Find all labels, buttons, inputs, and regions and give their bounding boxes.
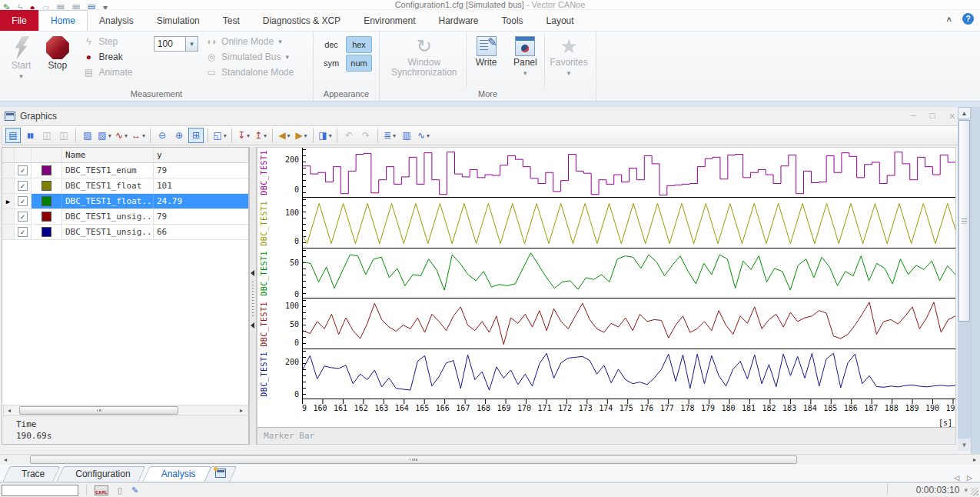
fit-window-icon[interactable]: ◫	[56, 128, 71, 143]
marker-bar[interactable]: Marker Bar	[257, 427, 955, 444]
dropdown-icon[interactable]: ▾	[393, 132, 396, 139]
appearance-num-toggle[interactable]: num	[346, 55, 372, 72]
plot-canvas[interactable]	[302, 248, 955, 299]
stacked-axes-icon[interactable]: ≣▾	[382, 128, 397, 143]
signal-display-icon[interactable]: ∿▾	[114, 128, 129, 143]
dropdown-icon[interactable]: ▾	[142, 132, 145, 139]
signal-checkbox[interactable]: ✓	[18, 181, 28, 191]
database-icon[interactable]: ▯	[118, 485, 122, 495]
panel-splitter[interactable]	[249, 147, 257, 445]
plot-canvas[interactable]	[302, 299, 955, 349]
fit-signal-icon[interactable]: ◫	[39, 128, 55, 143]
table-row[interactable]: ✓DBC_TEST1_enum79	[2, 163, 248, 178]
splitter-collapse-icon[interactable]	[251, 270, 254, 276]
main-horizontal-scrollbar[interactable]: ◂ ▸	[0, 454, 980, 465]
tab-scroll-left-icon[interactable]: ◁	[954, 474, 959, 482]
scrollbar-thumb[interactable]	[30, 455, 797, 464]
graphics-vertical-scrollbar[interactable]: ▲ ▼	[958, 107, 971, 451]
table-row[interactable]: ✓DBC_TEST1_unsig...79	[2, 209, 248, 225]
export-graph-icon[interactable]: ▥	[399, 128, 414, 143]
undo-icon[interactable]: ↶	[341, 128, 357, 143]
ribbon-tab-tools[interactable]: Tools	[490, 10, 535, 31]
chart-options-icon[interactable]: ▨▾	[97, 128, 112, 143]
ribbon-tab-home[interactable]: Home	[38, 10, 88, 31]
tab-analysis[interactable]: Analysis	[146, 466, 208, 482]
zoom-in-x-icon[interactable]: ⊕	[171, 128, 187, 143]
signal-setup-icon[interactable]: ▤	[5, 128, 21, 143]
table-row[interactable]: ▶✓DBC_TEST1_float...24.79	[2, 194, 248, 209]
tab-scroll-right-icon[interactable]: ▷	[967, 474, 972, 482]
marker-down-icon[interactable]: ↧▾	[236, 128, 251, 143]
write-log-icon[interactable]: ✎	[131, 485, 138, 495]
splitter-collapse-icon[interactable]	[251, 322, 254, 329]
signal-checkbox[interactable]: ✓	[18, 165, 28, 175]
break-button[interactable]: ●Break	[83, 52, 148, 62]
ribbon-collapse-icon[interactable]: ˄	[947, 15, 952, 24]
step-button[interactable]: ϟStep	[83, 36, 148, 47]
dropdown-icon[interactable]: ▾	[287, 132, 291, 139]
prev-event-icon[interactable]: ◀▾	[277, 128, 292, 143]
help-icon[interactable]: ?	[962, 13, 974, 25]
ribbon-tab-analysis[interactable]: Analysis	[88, 10, 145, 31]
legend-panel-icon[interactable]: ◨▾	[317, 128, 333, 143]
scroll-right-icon[interactable]: ▸	[969, 456, 980, 463]
zoom-out-x-icon[interactable]: ⊖	[154, 128, 170, 143]
dropdown-icon[interactable]: ▾	[247, 132, 250, 139]
appearance-dec-toggle[interactable]: dec	[318, 36, 344, 53]
graphics-close-button[interactable]: ×	[949, 110, 955, 122]
ribbon-tab-simulation[interactable]: Simulation	[145, 10, 211, 31]
online-mode-button[interactable]: ◖◗Online Mode ▾	[206, 36, 305, 47]
scroll-left-icon[interactable]: ◂	[4, 407, 15, 414]
dropdown-icon[interactable]: ▾	[329, 132, 332, 139]
favorites-button[interactable]: ★ Favorites ▾	[545, 33, 593, 77]
table-row[interactable]: ✓DBC_TEST1_unsig...66	[2, 225, 248, 240]
window-synchronization-button[interactable]: ↻ Window Synchronization	[383, 33, 466, 78]
write-button[interactable]: ✎ Write	[467, 33, 507, 68]
signal-generator-icon[interactable]: ∿▾	[416, 128, 431, 143]
combo-dropdown-icon[interactable]: ▾	[185, 37, 198, 51]
row-selector[interactable]	[2, 163, 15, 178]
scroll-up-icon[interactable]: ▲	[958, 107, 971, 119]
measure-window-icon[interactable]: ◱▾	[212, 128, 228, 143]
next-event-icon[interactable]: ▶▾	[294, 128, 309, 143]
x-range-icon[interactable]: ↔▾	[131, 128, 146, 143]
graphics-minimize-button[interactable]: –	[911, 110, 916, 122]
standalone-mode-button[interactable]: ▭Standalone Mode	[206, 67, 305, 78]
column-header-y[interactable]: y	[154, 148, 248, 162]
step-count-value[interactable]: 100	[154, 37, 185, 51]
scrollbar-thumb[interactable]	[958, 120, 970, 322]
row-selector[interactable]	[2, 209, 15, 224]
table-row[interactable]: ✓DBC_TEST1_float101	[2, 178, 248, 194]
row-selector[interactable]	[2, 178, 15, 193]
row-selector[interactable]: ▶	[2, 194, 15, 208]
marker-up-icon[interactable]: ↥▾	[253, 128, 268, 143]
start-dropdown-icon[interactable]: ▾	[19, 72, 23, 80]
status-input[interactable]	[2, 485, 78, 496]
panel-button[interactable]: Panel ▾	[506, 33, 544, 77]
signal-checkbox[interactable]: ✓	[18, 227, 28, 237]
step-count-combobox[interactable]: 100 ▾	[154, 36, 198, 52]
file-tab[interactable]: File	[0, 10, 38, 31]
simulated-bus-button[interactable]: ◎Simulated Bus ▾	[206, 52, 305, 62]
animate-button[interactable]: ▤Animate	[83, 67, 148, 78]
dropdown-icon[interactable]: ▾	[108, 132, 111, 139]
graphics-maximize-button[interactable]: □	[930, 110, 935, 122]
tab-trace[interactable]: Trace	[6, 466, 57, 482]
scroll-left-icon[interactable]: ◂	[0, 456, 11, 463]
appearance-sym-toggle[interactable]: sym	[318, 55, 344, 72]
capl-icon[interactable]: CAPL	[95, 485, 108, 495]
ribbon-tab-diagnostics-xcp[interactable]: Diagnostics & XCP	[251, 10, 352, 31]
signal-checkbox[interactable]: ✓	[18, 196, 28, 206]
plot-canvas[interactable]	[302, 349, 955, 399]
chart-mode-icon[interactable]: ▨	[80, 128, 95, 143]
ribbon-tab-layout[interactable]: Layout	[535, 10, 586, 31]
plot-canvas[interactable]	[302, 198, 955, 248]
stop-button[interactable]: Stop	[39, 33, 75, 71]
signal-checkbox[interactable]: ✓	[18, 212, 28, 222]
zoom-rect-icon[interactable]: ⊞	[188, 128, 204, 143]
tab-new-window[interactable]	[208, 466, 234, 482]
scroll-right-icon[interactable]: ▸	[236, 407, 247, 414]
row-selector[interactable]	[2, 225, 15, 239]
scrollbar-thumb[interactable]	[19, 406, 178, 415]
ribbon-tab-test[interactable]: Test	[211, 10, 251, 31]
